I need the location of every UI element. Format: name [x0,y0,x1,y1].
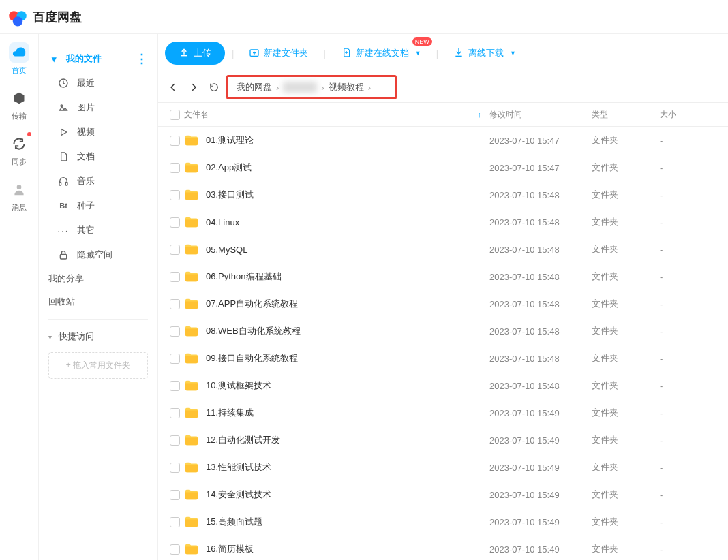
sidebar-item-label: 最近 [77,77,95,89]
select-all-checkbox[interactable] [170,110,180,120]
bt-icon: Bt [58,202,69,210]
sidebar-item-doc[interactable]: 文档 [39,144,157,169]
file-type: 文件夹 [592,379,660,392]
sidebar-item-quick[interactable]: ▾ 快捷访问 [39,325,157,348]
sidebar-item-recent[interactable]: 最近 [39,71,157,95]
row-checkbox[interactable] [170,190,180,200]
sidebar-item-recycle[interactable]: 回收站 [39,290,157,313]
svg-rect-6 [59,182,61,185]
new-folder-button[interactable]: 新建文件夹 [241,42,316,65]
table-row[interactable]: 07.APP自动化系统教程 2023-07-10 15:48 文件夹 - [158,290,728,317]
leftbar-item-transfer[interactable]: 传输 [5,88,33,121]
table-row[interactable]: 08.WEB自动化系统教程 2023-07-10 15:48 文件夹 - [158,317,728,345]
file-type: 文件夹 [592,516,660,528]
row-checkbox[interactable] [170,163,180,173]
more-icon[interactable]: ⋮ [136,51,148,66]
sidebar-item-myfiles[interactable]: ▾ 我的文件 ⋮ [39,46,157,71]
breadcrumb-hidden[interactable] [283,82,317,93]
folder-icon [184,543,199,555]
offline-download-label: 离线下载 [468,47,504,59]
row-checkbox[interactable] [170,217,180,228]
table-row[interactable]: 01.测试理论 2023-07-10 15:47 文件夹 - [158,127,728,154]
file-size: - [660,272,721,282]
file-size: - [660,490,721,500]
quick-drop-zone[interactable]: + 拖入常用文件夹 [48,352,148,379]
row-checkbox[interactable] [170,435,180,446]
table-row[interactable]: 04.Linux 2023-07-10 15:48 文件夹 - [158,208,728,236]
file-type: 文件夹 [592,434,660,446]
column-size[interactable]: 大小 [660,109,721,121]
breadcrumb-sep: › [368,82,371,93]
sidebar-item-music[interactable]: 音乐 [39,169,157,193]
file-type: 文件夹 [592,243,660,255]
file-name: 08.WEB自动化系统教程 [206,325,301,337]
row-checkbox[interactable] [170,272,180,282]
breadcrumb-current[interactable]: 视频教程 [329,81,364,93]
chevron-down-icon: ▼ [415,50,421,57]
row-checkbox[interactable] [170,517,180,527]
file-time: 2023-07-10 15:48 [489,326,592,337]
table-row[interactable]: 03.接口测试 2023-07-10 15:48 文件夹 - [158,181,728,208]
table-row[interactable]: 11.持续集成 2023-07-10 15:49 文件夹 - [158,399,728,426]
table-row[interactable]: 05.MySQL 2023-07-10 15:48 文件夹 - [158,236,728,263]
row-checkbox[interactable] [170,354,180,364]
sidebar-item-other[interactable]: ···其它 [39,218,157,243]
table-row[interactable]: 09.接口自动化系统教程 2023-07-10 15:48 文件夹 - [158,345,728,372]
table-row[interactable]: 06.Python编程基础 2023-07-10 15:48 文件夹 - [158,263,728,290]
file-size: - [660,245,721,255]
row-checkbox[interactable] [170,326,180,337]
row-checkbox[interactable] [170,136,180,146]
file-time: 2023-07-10 15:48 [489,272,592,282]
row-checkbox[interactable] [170,408,180,418]
column-type[interactable]: 类型 [592,109,660,121]
nav-refresh-button[interactable] [206,79,222,95]
column-time[interactable]: 修改时间 [489,109,592,121]
file-name: 11.持续集成 [206,407,254,419]
row-checkbox[interactable] [170,381,180,391]
file-size: - [660,163,721,173]
notification-dot [27,132,31,136]
file-name: 12.自动化测试开发 [206,434,280,446]
nav-back-button[interactable] [165,79,181,95]
table-row[interactable]: 14.安全测试技术 2023-07-10 15:49 文件夹 - [158,481,728,508]
leftbar-item-home[interactable]: 首页 [5,42,33,76]
row-checkbox[interactable] [170,490,180,500]
table-row[interactable]: 16.简历模板 2023-07-10 15:49 文件夹 - [158,535,728,560]
breadcrumb-sep: › [321,82,324,93]
new-online-doc-button[interactable]: 新建在线文档 ▼ NEW [333,42,429,65]
upload-button[interactable]: 上传 [165,42,225,65]
file-type: 文件夹 [592,488,660,501]
sidebar-item-seed[interactable]: Bt种子 [39,193,157,218]
table-row[interactable]: 02.App测试 2023-07-10 15:47 文件夹 - [158,154,728,181]
offline-download-button[interactable]: 离线下载 ▼ [445,42,524,65]
table-row[interactable]: 13.性能测试技术 2023-07-10 15:49 文件夹 - [158,454,728,481]
file-name: 09.接口自动化系统教程 [206,352,298,364]
svg-rect-8 [60,254,66,259]
row-checkbox[interactable] [170,299,180,309]
app-name: 百度网盘 [33,9,82,25]
file-type: 文件夹 [592,461,660,473]
sidebar-item-video[interactable]: 视频 [39,120,157,144]
row-checkbox[interactable] [170,544,180,555]
table-row[interactable]: 15.高频面试题 2023-07-10 15:49 文件夹 - [158,508,728,535]
play-icon [58,127,69,138]
file-list: 01.测试理论 2023-07-10 15:47 文件夹 - 02.App测试 … [158,127,728,560]
nav-forward-button[interactable] [185,79,202,95]
table-header: 文件名 ↑ 修改时间 类型 大小 [158,102,728,127]
sidebar-item-hidden[interactable]: 隐藏空间 [39,243,157,267]
row-checkbox[interactable] [170,463,180,473]
table-row[interactable]: 12.自动化测试开发 2023-07-10 15:49 文件夹 - [158,426,728,454]
chevron-down-icon: ▾ [48,333,52,341]
table-row[interactable]: 10.测试框架技术 2023-07-10 15:48 文件夹 - [158,372,728,399]
clock-icon [58,78,69,89]
breadcrumb-root[interactable]: 我的网盘 [237,81,272,93]
column-name[interactable]: 文件名 ↑ [184,109,489,121]
file-size: - [660,408,721,418]
leftbar-item-sync[interactable]: 同步 [5,134,33,167]
row-checkbox[interactable] [170,245,180,255]
sidebar-item-image[interactable]: 图片 [39,95,157,120]
sidebar-quick-label: 快捷访问 [59,330,94,343]
sidebar-item-myshare[interactable]: 我的分享 [39,267,157,290]
leftbar-item-message[interactable]: 消息 [5,179,33,213]
logo[interactable]: 百度网盘 [7,6,82,28]
